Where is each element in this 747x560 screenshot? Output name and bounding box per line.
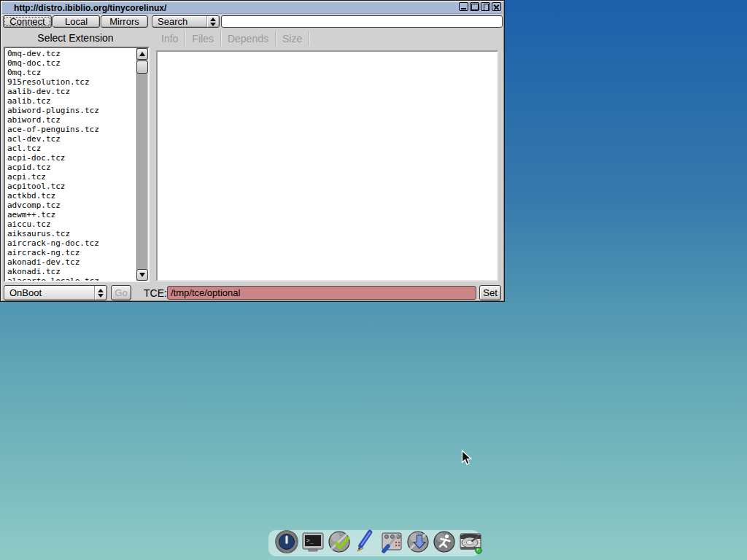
extension-item[interactable]: akonadi-dev.tcz xyxy=(7,257,136,267)
search-mode-select[interactable]: Search xyxy=(152,15,220,28)
appbrowser-window: http://distro.ibiblio.org/tinycorelinux/… xyxy=(0,0,505,302)
set-button[interactable]: Set xyxy=(479,285,501,300)
apps-check-icon[interactable] xyxy=(326,527,352,556)
power-icon[interactable] xyxy=(274,527,300,556)
window-controls xyxy=(459,2,501,11)
scroll-down-icon[interactable] xyxy=(136,269,148,281)
detail-tabs: Info Files Depends Size xyxy=(155,31,309,46)
window-title: http://distro.ibiblio.org/tinycorelinux/ xyxy=(2,2,166,14)
spinner-arrows-icon[interactable] xyxy=(94,286,107,300)
spinner-arrows-icon[interactable] xyxy=(206,16,219,27)
extension-item[interactable]: 915resolution.tcz xyxy=(7,77,136,87)
dock-icons: >_ xyxy=(274,527,484,556)
extension-item[interactable]: aiccu.tcz xyxy=(7,219,136,229)
extension-item[interactable]: acl.tcz xyxy=(7,144,136,153)
go-button[interactable]: Go xyxy=(111,285,131,300)
tab-info[interactable]: Info xyxy=(155,31,185,46)
install-mode-select[interactable]: OnBoot xyxy=(4,285,107,300)
extension-item[interactable]: abiword.tcz xyxy=(7,115,136,125)
tab-depends[interactable]: Depends xyxy=(221,31,276,46)
extension-item[interactable]: acpid.tcz xyxy=(7,163,136,172)
tab-size[interactable]: Size xyxy=(276,31,309,46)
editor-pen-icon[interactable] xyxy=(352,527,379,556)
extension-item[interactable]: alacarte-locale.tcz xyxy=(7,276,136,281)
extension-listbox[interactable]: 0mq-dev.tcz0mq-doc.tcz0mq.tcz915resoluti… xyxy=(4,47,150,282)
svg-text:>_: >_ xyxy=(306,537,314,544)
tce-path-field[interactable] xyxy=(167,286,476,300)
info-pane xyxy=(156,50,498,281)
install-mode-label: OnBoot xyxy=(4,287,94,298)
extension-item[interactable]: aircrack-ng-doc.tcz xyxy=(7,238,136,248)
extension-item[interactable]: aalib-dev.tcz xyxy=(7,87,136,96)
extension-item[interactable]: acpitool.tcz xyxy=(7,182,136,191)
extension-item[interactable]: aewm++.tcz xyxy=(7,210,136,219)
desktop: http://distro.ibiblio.org/tinycorelinux/… xyxy=(0,0,747,560)
extension-item[interactable]: advcomp.tcz xyxy=(7,201,136,210)
shade-button[interactable] xyxy=(481,2,490,11)
mirrors-button[interactable]: Mirrors xyxy=(101,15,148,28)
extension-item[interactable]: acpi.tcz xyxy=(7,172,136,182)
terminal-icon[interactable]: >_ xyxy=(300,527,326,556)
mount-hdd-icon[interactable] xyxy=(457,527,484,556)
run-icon[interactable] xyxy=(431,527,457,556)
tce-label: TCE: xyxy=(144,287,167,299)
extension-item[interactable]: aalib.tcz xyxy=(7,96,136,106)
extension-item[interactable]: 0mq-doc.tcz xyxy=(7,58,136,68)
scrollbar-thumb[interactable] xyxy=(136,61,148,74)
extension-item[interactable]: 0mq.tcz xyxy=(7,68,136,77)
titlebar[interactable]: http://distro.ibiblio.org/tinycorelinux/ xyxy=(2,2,503,14)
connect-button[interactable]: Connect xyxy=(3,15,52,28)
control-panel-icon[interactable] xyxy=(379,527,405,556)
extension-item[interactable]: actkbd.tcz xyxy=(7,191,136,201)
list-scrollbar[interactable] xyxy=(136,48,148,281)
close-button[interactable] xyxy=(492,2,501,11)
extension-item[interactable]: abiword-plugins.tcz xyxy=(7,106,136,115)
search-mode-label: Search xyxy=(152,16,206,27)
maximize-button[interactable] xyxy=(470,2,479,11)
tab-files[interactable]: Files xyxy=(185,31,221,46)
local-button[interactable]: Local xyxy=(53,15,100,28)
search-input[interactable] xyxy=(221,15,503,28)
minimize-button[interactable] xyxy=(459,2,468,11)
scroll-up-icon[interactable] xyxy=(136,48,148,60)
extension-item[interactable]: ace-of-penguins.tcz xyxy=(7,125,136,134)
list-header-label: Select Extension xyxy=(1,32,150,44)
extension-item[interactable]: 0mq-dev.tcz xyxy=(7,49,136,58)
extension-list: 0mq-dev.tcz0mq-doc.tcz0mq.tcz915resoluti… xyxy=(7,49,136,281)
extension-item[interactable]: akonadi.tcz xyxy=(7,267,136,276)
mouse-cursor xyxy=(461,450,473,469)
apps-download-icon[interactable] xyxy=(405,527,431,556)
extension-item[interactable]: acl-dev.tcz xyxy=(7,134,136,144)
extension-item[interactable]: aiksaurus.tcz xyxy=(7,229,136,238)
extension-item[interactable]: acpi-doc.tcz xyxy=(7,153,136,163)
extension-item[interactable]: aircrack-ng.tcz xyxy=(7,248,136,257)
